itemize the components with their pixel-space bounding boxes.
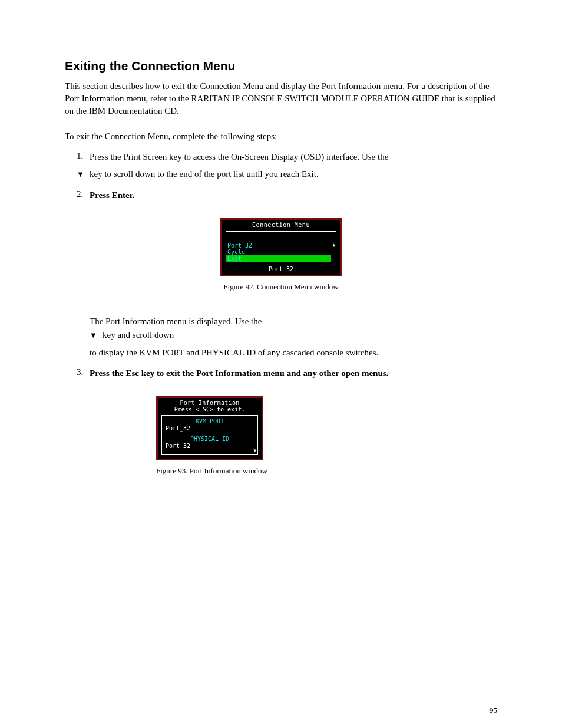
intro-text: This section describes how to exit the C… bbox=[65, 80, 497, 117]
port-info-body: KVM PORT Port_32 PHYSICAL ID Port 32 ▼ bbox=[161, 415, 258, 455]
connection-menu-search-field[interactable]: _ bbox=[226, 231, 336, 239]
port-info-subtitle: Press <ESC> to exit. bbox=[158, 406, 262, 414]
step-3-number: 3. bbox=[77, 367, 90, 377]
step-3-text-b: to display the KVM PORT and PHYSICAL ID … bbox=[90, 347, 497, 359]
steps-lead-in: To exit the Connection Menu, complete th… bbox=[65, 130, 497, 143]
kvm-port-label: KVM PORT bbox=[164, 418, 255, 425]
figure-93: Port Information Press <ESC> to exit. KV… bbox=[156, 396, 497, 460]
physical-id-label: PHYSICAL ID bbox=[164, 436, 255, 443]
scroll-up-icon[interactable]: ▲ bbox=[332, 243, 335, 248]
step-1-number: 1. bbox=[77, 151, 90, 161]
connection-menu-title: Connection Menu bbox=[222, 220, 340, 230]
down-arrow-icon: ▼ bbox=[90, 329, 103, 342]
page: Exiting the Connection Menu This section… bbox=[0, 0, 562, 728]
step-1: 1. Press the Print Screen key to access … bbox=[77, 151, 497, 181]
list-item[interactable]: Port_32 bbox=[226, 242, 331, 249]
connection-menu-footer: Port 32 bbox=[222, 265, 340, 275]
step-3: 3. Press the Esc key to exit the Port In… bbox=[77, 367, 497, 380]
figure-93-caption: Figure 93. Port Information window bbox=[156, 466, 497, 476]
scroll-down-icon[interactable]: ▼ bbox=[253, 449, 256, 453]
step-1-text-a: Press the Print Screen key to access the… bbox=[90, 151, 497, 163]
connection-menu-port-list[interactable]: ▲ Port_32 Cycle Exit bbox=[226, 242, 336, 262]
port-info-title: Port Information bbox=[158, 398, 262, 406]
figure-92-caption: Figure 92. Connection Menu window bbox=[65, 282, 497, 292]
port-info-osd: Port Information Press <ESC> to exit. KV… bbox=[156, 396, 263, 460]
figure-92: Connection Menu _ ▲ Port_32 Cycle Exit P… bbox=[65, 218, 497, 276]
connection-menu-osd: Connection Menu _ ▲ Port_32 Cycle Exit P… bbox=[220, 218, 342, 276]
page-number: 95 bbox=[490, 706, 497, 715]
list-item[interactable]: Cycle bbox=[226, 249, 331, 255]
step-2-number: 2. bbox=[77, 189, 90, 199]
down-arrow-icon: ▼ bbox=[77, 168, 90, 181]
step-1-text-b: key to scroll down to the end of the por… bbox=[90, 168, 497, 180]
step-2: 2. Press Enter. bbox=[77, 189, 497, 202]
physical-id-value: Port 32 bbox=[164, 443, 255, 450]
step-3-text: Press the Esc key to exit the Port Infor… bbox=[90, 367, 497, 380]
step-3-text-tail: key and scroll down bbox=[103, 329, 497, 341]
list-item-selected[interactable]: Exit bbox=[226, 255, 331, 262]
kvm-port-value: Port_32 bbox=[164, 425, 255, 432]
step-2b: The Port Information menu is displayed. … bbox=[90, 315, 497, 359]
step-2-text: Press Enter. bbox=[90, 189, 497, 202]
step-3-text-a: The Port Information menu is displayed. … bbox=[90, 317, 262, 326]
section-title: Exiting the Connection Menu bbox=[65, 59, 497, 73]
